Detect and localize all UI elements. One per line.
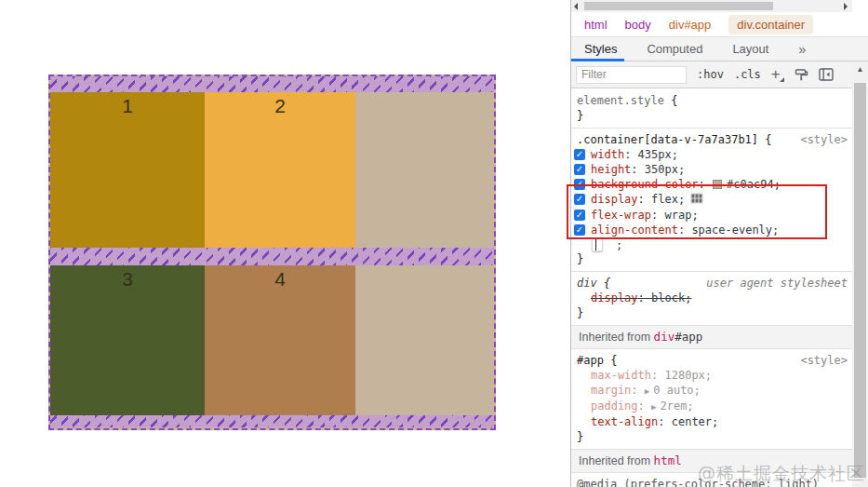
vertical-scrollbar-thumb[interactable] — [854, 83, 866, 478]
prop-name[interactable]: align-content — [591, 223, 691, 237]
selector-app[interactable]: #app — [577, 354, 604, 367]
flex-item-4-label: 4 — [274, 268, 286, 290]
breadcrumb-div-app[interactable]: div#app — [669, 18, 712, 32]
prop-value[interactable]: wrap — [664, 209, 691, 222]
flex-item-3[interactable]: 3 — [50, 265, 205, 415]
css-prop-align-content[interactable]: ✓ align-contentspace-evenly — [571, 223, 852, 237]
flex-item-2-label: 2 — [274, 95, 286, 116]
color-swatch[interactable] — [713, 180, 722, 189]
selector-element-style[interactable]: element.style — [577, 94, 664, 107]
prop-value[interactable]: space-evenly — [691, 223, 772, 237]
new-style-rule-button[interactable]: + — [771, 68, 784, 81]
css-prop-display-overridden[interactable]: displayblock — [571, 291, 852, 305]
scroll-up-arrow-icon[interactable]: ▲ — [852, 62, 868, 77]
media-query-label[interactable]: @media (prefers-color-scheme: light) — [571, 477, 852, 487]
inherited-from-div-app: Inherited from div#app — [571, 326, 852, 349]
breadcrumb-body[interactable]: body — [625, 18, 651, 32]
css-prop-display[interactable]: ✓ displayflex — [571, 192, 852, 208]
flex-item-2[interactable]: 2 — [205, 92, 355, 248]
prop-value: 0 auto — [653, 384, 693, 397]
flex-item-1[interactable]: 1 — [50, 92, 205, 248]
rule-origin-link[interactable]: <style> — [800, 353, 848, 368]
flex-item-1-label: 1 — [122, 95, 133, 116]
vertical-scrollbar[interactable]: ▲ — [852, 62, 868, 487]
flex-badge-icon[interactable] — [690, 193, 703, 208]
breadcrumb: html body div#app div.container — [571, 12, 868, 36]
horizontal-scrollbar-thumb[interactable] — [584, 2, 773, 10]
breadcrumb-div-container[interactable]: div.container — [728, 15, 813, 34]
css-prop-text-align[interactable]: text-aligncenter — [571, 414, 852, 429]
css-prop-margin[interactable]: margin▶0 auto — [571, 383, 852, 399]
flex-item-4[interactable]: 4 — [205, 265, 355, 415]
tab-computed[interactable]: Computed — [647, 42, 702, 56]
prop-checkbox[interactable]: ✓ — [574, 179, 585, 190]
css-prop-max-width[interactable]: max-width1280px — [571, 368, 852, 383]
prop-value: 1280px — [664, 369, 704, 382]
styles-toolbar: :hov .cls + — [571, 61, 868, 88]
prop-name: text-align — [591, 415, 672, 428]
new-rule-dropdown-icon — [780, 77, 784, 82]
css-prop-flex-wrap[interactable]: ✓ flex-wrapwrap — [571, 208, 852, 223]
prop-value[interactable]: #c0ac94 — [727, 178, 774, 191]
more-tabs-icon[interactable]: » — [798, 42, 805, 57]
property-edit-box[interactable] — [592, 237, 603, 251]
flex-overlay-gap-top — [50, 76, 494, 92]
prop-name[interactable]: display — [591, 193, 651, 206]
css-prop-padding[interactable]: padding▶2rem — [571, 399, 852, 414]
inherited-node-html[interactable]: html — [654, 453, 682, 467]
active-tab-underline — [571, 59, 624, 61]
rule-user-agent: div user agent stylesheet displayblock — [571, 272, 852, 326]
prop-checkbox[interactable]: ✓ — [574, 194, 585, 205]
styles-pane: element.style .container[data-v-7a7a37b1… — [571, 89, 852, 487]
flex-overlay-gap-middle — [50, 248, 494, 265]
new-property-editor[interactable] — [571, 237, 852, 251]
prop-value[interactable]: flex — [651, 193, 678, 206]
inherited-from-label: Inherited from — [579, 331, 650, 344]
text-caret — [595, 239, 596, 250]
computed-sidebar-toggle-icon[interactable] — [819, 68, 834, 81]
stray-semicolon — [616, 238, 622, 251]
prop-checkbox[interactable]: ✓ — [574, 224, 585, 236]
expand-arrow-icon[interactable]: ▶ — [645, 386, 649, 396]
inherited-node-app-id[interactable]: #app — [674, 330, 702, 344]
prop-name[interactable]: flex-wrap — [591, 209, 664, 222]
toggle-classes-button[interactable]: .cls — [734, 68, 761, 81]
prop-checkbox[interactable]: ✓ — [574, 210, 585, 221]
rule-app: #app <style> max-width1280px margin▶0 au… — [571, 349, 852, 450]
prop-checkbox[interactable]: ✓ — [574, 149, 585, 160]
selector-container[interactable]: .container[data-v-7a7a37b1] — [577, 133, 758, 146]
css-prop-width[interactable]: ✓ width435px — [571, 147, 852, 162]
prop-value[interactable]: 435px — [638, 148, 672, 161]
prop-name: max-width — [591, 369, 664, 382]
prop-name: margin — [591, 384, 645, 397]
rule-origin-link[interactable]: <style> — [800, 132, 848, 147]
prop-value: block — [651, 291, 685, 304]
toggle-hover-state-button[interactable]: :hov — [697, 68, 724, 81]
rendering-emulation-icon[interactable] — [795, 68, 808, 82]
prop-name[interactable]: width — [591, 148, 638, 161]
prop-name[interactable]: background-color — [591, 178, 712, 191]
horizontal-scrollbar[interactable] — [571, 0, 852, 12]
flex-overlay-gap-bottom — [50, 415, 494, 427]
tab-layout[interactable]: Layout — [732, 42, 768, 56]
breadcrumb-html[interactable]: html — [584, 18, 608, 32]
prop-checkbox[interactable]: ✓ — [574, 164, 585, 175]
flex-row-2: 3 4 — [50, 265, 494, 415]
tab-styles[interactable]: Styles — [584, 42, 617, 56]
scroll-left-arrow-icon[interactable] — [574, 3, 578, 10]
css-prop-height[interactable]: ✓ height350px — [571, 162, 852, 177]
inherited-node-div[interactable]: div — [654, 330, 675, 344]
css-prop-background-color[interactable]: ✓ background-color#c0ac94 — [571, 177, 852, 192]
rule-media-root: @media (prefers-color-scheme: light) :ro… — [571, 473, 852, 487]
filter-input[interactable] — [576, 66, 687, 84]
expand-arrow-icon[interactable]: ▶ — [651, 402, 656, 412]
prop-name[interactable]: height — [591, 163, 645, 176]
prop-value[interactable]: 350px — [645, 163, 678, 176]
selector-div[interactable]: div — [577, 277, 597, 290]
scroll-right-arrow-icon[interactable] — [844, 3, 848, 10]
inherited-from-label: Inherited from — [579, 454, 650, 467]
rule-origin-label: user agent stylesheet — [706, 276, 848, 291]
devtools-tabs: Styles Computed Layout » — [571, 36, 868, 61]
flex-container[interactable]: 1 2 3 4 — [48, 74, 496, 430]
devtools-panel: html body div#app div.container Styles C… — [570, 0, 868, 487]
